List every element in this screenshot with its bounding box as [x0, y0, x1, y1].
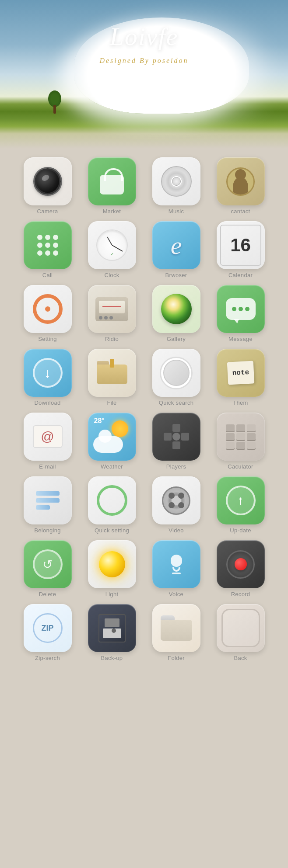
call-dot [53, 250, 58, 256]
theme-icon-box[interactable]: note [217, 349, 265, 397]
folder-shape [161, 615, 192, 641]
radio-icon-box[interactable] [88, 285, 136, 333]
record-button [235, 558, 247, 570]
call-dot [53, 235, 58, 240]
download-label: Download [34, 399, 60, 406]
radio-needle [102, 306, 121, 307]
file-folder [97, 361, 127, 385]
voice-icon-box[interactable] [152, 540, 200, 588]
calc-btn [226, 433, 235, 440]
hero-tree [48, 92, 61, 114]
quicksetting-icon-box[interactable] [88, 476, 136, 524]
dpad-right [181, 433, 189, 441]
calculator-icon-box[interactable] [217, 413, 265, 461]
icon-cell-players: Players [146, 413, 206, 470]
call-dot [45, 250, 50, 256]
market-bag [100, 168, 124, 194]
theme-note: note [227, 361, 254, 385]
msg-dot [232, 307, 236, 311]
gallery-label: Gallery [167, 336, 186, 342]
icon-cell-music: Music [146, 157, 206, 215]
music-label: Music [169, 208, 184, 215]
folder-icon-box[interactable] [152, 604, 200, 652]
delete-label: Delete [39, 591, 56, 597]
theme-label: Them [233, 399, 248, 406]
file-label: File [107, 399, 116, 406]
update-icon-box[interactable]: ↑ [217, 476, 265, 524]
calendar-border: 16 [220, 225, 261, 266]
call-dot [37, 243, 42, 248]
clock-hour-hand [107, 236, 112, 245]
players-label: Players [166, 463, 186, 470]
icon-cell-belonging: Belonging [18, 476, 77, 534]
icon-cell-delete: ↺ Delete [18, 540, 77, 597]
file-icon-box[interactable] [88, 349, 136, 397]
message-bubble [226, 298, 256, 320]
download-circle: ↓ [33, 358, 63, 388]
record-icon-box[interactable] [217, 540, 265, 588]
calendar-icon-box[interactable]: 16 [217, 221, 265, 269]
video-hole [169, 502, 175, 508]
music-disc-center [172, 177, 181, 186]
camera-label: Camera [37, 208, 58, 215]
contact-label: cantact [231, 208, 250, 215]
icon-cell-calendar: 16 Calendar [211, 221, 270, 278]
call-dot [53, 243, 58, 248]
video-label: Video [169, 527, 184, 534]
icon-cell-back: Back [211, 604, 270, 661]
camera-icon-box[interactable] [24, 157, 72, 205]
weather-label: Weather [101, 463, 123, 470]
contact-avatar [226, 167, 255, 196]
belonging-lines [32, 487, 63, 514]
setting-label: Setting [38, 336, 57, 342]
players-icon-box[interactable] [152, 413, 200, 461]
back-icon-box[interactable] [217, 604, 265, 652]
call-icon-box[interactable] [24, 221, 72, 269]
belonging-icon-box[interactable] [24, 476, 72, 524]
radio-screen [99, 301, 125, 313]
music-icon-box[interactable] [152, 157, 200, 205]
contact-person [233, 177, 248, 196]
floppy-label [103, 628, 121, 638]
dpad-left [164, 433, 172, 441]
light-ball [99, 551, 125, 577]
zip-icon-box[interactable]: ZIP [24, 604, 72, 652]
video-icon-box[interactable] [152, 476, 200, 524]
icon-cell-weather: 28° Weather [82, 413, 142, 470]
call-dot [45, 235, 50, 240]
music-disc [161, 166, 192, 197]
quicksearch-circle [160, 357, 193, 389]
weather-sun [112, 420, 128, 437]
call-dots [37, 235, 58, 256]
calc-btn-op [226, 442, 235, 449]
backup-label: Back-up [101, 655, 123, 661]
dpad-empty [164, 441, 172, 449]
browser-icon-box[interactable]: e [152, 221, 200, 269]
light-icon-box[interactable] [88, 540, 136, 588]
icon-cell-radio: Ridio [82, 285, 142, 342]
zip-circle: ZIP [33, 613, 63, 643]
backup-icon-box[interactable] [88, 604, 136, 652]
mic-stand [172, 567, 180, 571]
icon-cell-video: Video [146, 476, 206, 534]
email-label: E-mail [39, 463, 56, 470]
gallery-globe [161, 294, 192, 324]
setting-icon-box[interactable] [24, 285, 72, 333]
quicksearch-inner [163, 360, 190, 386]
video-hole [178, 502, 184, 508]
delete-icon-box[interactable]: ↺ [24, 540, 72, 588]
weather-icon-box[interactable]: 28° [88, 413, 136, 461]
icon-cell-quicksetting: Quick setting [82, 476, 142, 534]
email-icon-box[interactable]: @ [24, 413, 72, 461]
gallery-icon-box[interactable] [152, 285, 200, 333]
belonging-line [36, 505, 50, 510]
icon-cell-calculator: Caculator [211, 413, 270, 470]
market-icon-box[interactable] [88, 157, 136, 205]
message-icon-box[interactable] [217, 285, 265, 333]
delete-refresh-icon: ↺ [42, 557, 53, 572]
clock-icon-box[interactable]: ✓ [88, 221, 136, 269]
contact-icon-box[interactable] [217, 157, 265, 205]
quicksearch-icon-box[interactable] [152, 349, 200, 397]
clock-label: Clock [104, 272, 119, 278]
download-icon-box[interactable]: ↓ [24, 349, 72, 397]
